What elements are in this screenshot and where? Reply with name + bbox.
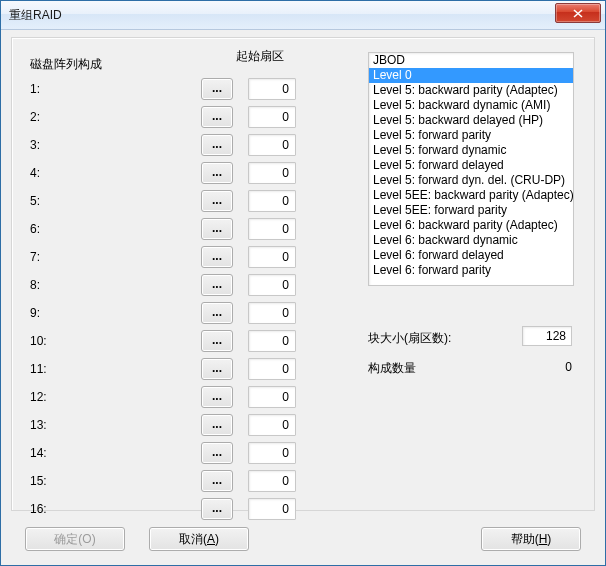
raid-level-item[interactable]: Level 6: backward dynamic (369, 233, 573, 248)
row-label: 10: (30, 334, 47, 348)
browse-button[interactable]: ... (201, 386, 233, 408)
browse-button[interactable]: ... (201, 414, 233, 436)
browse-button[interactable]: ... (201, 190, 233, 212)
row-label: 12: (30, 390, 47, 404)
raid-level-item[interactable]: Level 5: backward dynamic (AMI) (369, 98, 573, 113)
cancel-button-accel: A (207, 532, 215, 546)
browse-button[interactable]: ... (201, 78, 233, 100)
browse-button[interactable]: ... (201, 246, 233, 268)
browse-button[interactable]: ... (201, 470, 233, 492)
raid-level-item[interactable]: Level 5: forward delayed (369, 158, 573, 173)
row-label: 13: (30, 418, 47, 432)
start-sector-input[interactable]: 0 (248, 78, 296, 100)
cancel-button[interactable]: 取消(A) (149, 527, 249, 551)
row-label: 3: (30, 138, 40, 152)
start-sector-input[interactable]: 0 (248, 414, 296, 436)
raid-level-item[interactable]: Level 5EE: forward parity (369, 203, 573, 218)
browse-button[interactable]: ... (201, 302, 233, 324)
raid-level-item[interactable]: JBOD (369, 53, 573, 68)
browse-button[interactable]: ... (201, 442, 233, 464)
component-count-label: 构成数量 (368, 360, 416, 377)
row-label: 14: (30, 446, 47, 460)
browse-button[interactable]: ... (201, 106, 233, 128)
row-label: 6: (30, 222, 40, 236)
raid-level-listbox[interactable]: JBODLevel 0Level 5: backward parity (Ada… (368, 52, 574, 286)
client-area: 磁盘阵列构成 起始扇区 1:...02:...03:...04:...05:..… (11, 37, 595, 555)
start-sector-input[interactable]: 0 (248, 246, 296, 268)
start-sector-input[interactable]: 0 (248, 106, 296, 128)
row-label: 11: (30, 362, 47, 376)
browse-button[interactable]: ... (201, 134, 233, 156)
start-sector-input[interactable]: 0 (248, 218, 296, 240)
row-label: 7: (30, 250, 40, 264)
button-row: 确定(O) 取消(A) 帮助(H) (11, 521, 595, 555)
window-title: 重组RAID (9, 7, 62, 24)
dialog-window: 重组RAID 磁盘阵列构成 起始扇区 1:...02:...03:...04:.… (0, 0, 606, 566)
start-sector-header: 起始扇区 (236, 48, 284, 65)
start-sector-input[interactable]: 0 (248, 330, 296, 352)
start-sector-input[interactable]: 0 (248, 358, 296, 380)
raid-level-item[interactable]: Level 5: forward dyn. del. (CRU-DP) (369, 173, 573, 188)
browse-button[interactable]: ... (201, 358, 233, 380)
start-sector-input[interactable]: 0 (248, 498, 296, 520)
cancel-button-pre: 取消( (179, 532, 207, 546)
component-count-value: 0 (565, 360, 572, 374)
ok-button[interactable]: 确定(O) (25, 527, 125, 551)
row-label: 15: (30, 474, 47, 488)
composition-header: 磁盘阵列构成 (30, 56, 102, 73)
raid-level-item[interactable]: Level 5: backward delayed (HP) (369, 113, 573, 128)
close-button[interactable] (555, 3, 601, 23)
start-sector-input[interactable]: 0 (248, 470, 296, 492)
start-sector-input[interactable]: 0 (248, 442, 296, 464)
browse-button[interactable]: ... (201, 162, 233, 184)
start-sector-input[interactable]: 0 (248, 162, 296, 184)
help-button[interactable]: 帮助(H) (481, 527, 581, 551)
raid-level-item[interactable]: Level 5EE: backward parity (Adaptec) (369, 188, 573, 203)
raid-level-item[interactable]: Level 5: forward dynamic (369, 143, 573, 158)
close-icon (573, 9, 583, 18)
titlebar: 重组RAID (1, 1, 605, 30)
start-sector-input[interactable]: 0 (248, 386, 296, 408)
block-size-input[interactable]: 128 (522, 326, 572, 346)
raid-level-item[interactable]: Level 5: forward parity (369, 128, 573, 143)
row-label: 1: (30, 82, 40, 96)
main-panel: 磁盘阵列构成 起始扇区 1:...02:...03:...04:...05:..… (11, 37, 595, 511)
raid-level-item[interactable]: Level 6: forward parity (369, 263, 573, 278)
browse-button[interactable]: ... (201, 274, 233, 296)
row-label: 9: (30, 306, 40, 320)
row-label: 4: (30, 166, 40, 180)
row-label: 5: (30, 194, 40, 208)
start-sector-input[interactable]: 0 (248, 302, 296, 324)
raid-level-item[interactable]: Level 6: backward parity (Adaptec) (369, 218, 573, 233)
browse-button[interactable]: ... (201, 498, 233, 520)
raid-level-item[interactable]: Level 5: backward parity (Adaptec) (369, 83, 573, 98)
start-sector-input[interactable]: 0 (248, 190, 296, 212)
browse-button[interactable]: ... (201, 330, 233, 352)
block-size-label: 块大小(扇区数): (368, 330, 451, 347)
browse-button[interactable]: ... (201, 218, 233, 240)
help-button-pre: 帮助( (511, 532, 539, 546)
row-label: 2: (30, 110, 40, 124)
row-label: 8: (30, 278, 40, 292)
raid-level-item[interactable]: Level 6: forward delayed (369, 248, 573, 263)
cancel-button-post: ) (215, 532, 219, 546)
raid-level-item[interactable]: Level 0 (369, 68, 573, 83)
row-label: 16: (30, 502, 47, 516)
start-sector-input[interactable]: 0 (248, 274, 296, 296)
help-button-post: ) (547, 532, 551, 546)
start-sector-input[interactable]: 0 (248, 134, 296, 156)
